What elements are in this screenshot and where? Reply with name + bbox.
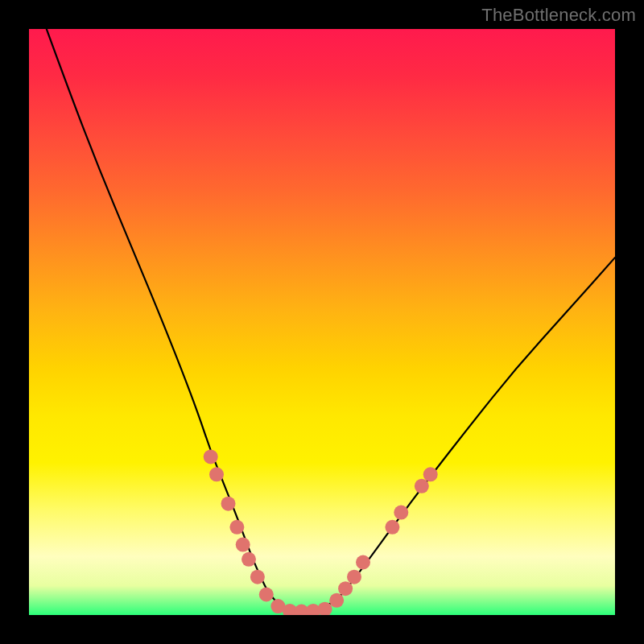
curve-marker	[209, 467, 224, 481]
curve-marker	[204, 449, 218, 464]
curve-marker	[356, 555, 370, 570]
curve-marker	[236, 538, 250, 552]
chart-stage: TheBottleneck.com	[0, 0, 644, 644]
curve-markers	[204, 449, 438, 615]
curve-marker	[423, 467, 438, 481]
curve-marker	[259, 588, 274, 602]
curve-marker	[229, 520, 244, 535]
curve-marker	[394, 506, 408, 520]
chart-plot-area	[29, 29, 615, 615]
watermark-text: TheBottleneck.com	[481, 5, 636, 26]
bottleneck-curve	[47, 29, 615, 612]
curve-marker	[347, 570, 361, 584]
curve-marker	[385, 520, 399, 535]
curve-marker	[415, 479, 429, 493]
curve-marker	[338, 581, 353, 596]
chart-svg	[29, 29, 615, 615]
curve-marker	[250, 570, 265, 584]
curve-marker	[329, 593, 344, 608]
curve-marker	[242, 552, 256, 567]
curve-marker	[221, 497, 236, 511]
